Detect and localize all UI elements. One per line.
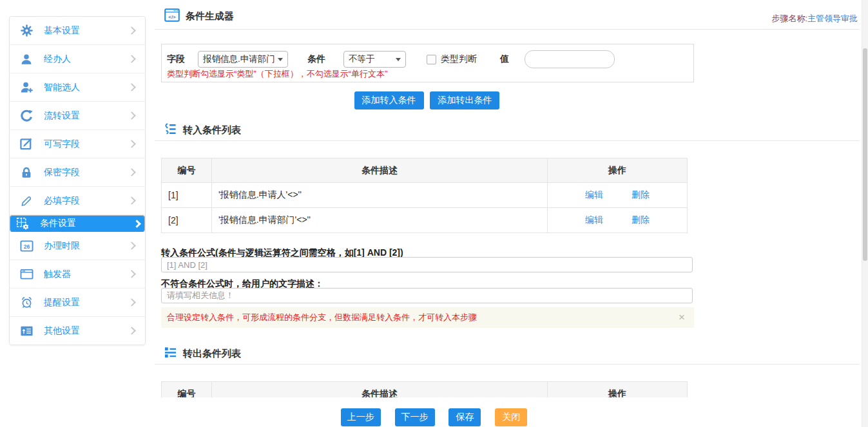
chevron-right-icon (128, 196, 136, 205)
prev-step-button[interactable]: 上一步 (341, 408, 381, 426)
condition-select[interactable]: 不等于 (343, 51, 406, 68)
sidebar-item-label: 可写字段 (44, 138, 80, 150)
divider (155, 364, 859, 365)
calendar-icon: 26 (19, 239, 34, 253)
sidebar-item-label: 智能选人 (44, 82, 80, 93)
window-icon (19, 267, 34, 281)
page-title: 条件生成器 (186, 10, 234, 23)
table-row: [2] '报销信息.申请部门'<>'' 编辑删除 (162, 208, 688, 233)
column-header-ops: 操作 (548, 158, 688, 183)
sidebar-item-label: 必填字段 (44, 195, 80, 207)
next-step-button[interactable]: 下一步 (395, 408, 435, 426)
value-input[interactable] (525, 50, 615, 68)
divider (155, 29, 859, 30)
user-message-input[interactable] (161, 288, 693, 303)
condition-builder-row: 字段 报销信息.申请部门 条件 不等于 类型判断 值 (167, 50, 615, 68)
sidebar-item-writable-fields[interactable]: 可写字段 (10, 130, 145, 158)
chevron-right-icon (128, 270, 136, 278)
svg-text:26: 26 (23, 243, 30, 250)
sidebar-item-label: 提醒设置 (44, 297, 80, 308)
row-no: [2] (162, 208, 212, 233)
lock-icon (19, 166, 34, 180)
step-name: 步骤名称:主管领导审批 (771, 13, 858, 24)
sidebar-item-other-settings[interactable]: 其他设置 (10, 317, 145, 345)
sidebar-item-time-limit[interactable]: 26 办理时限 (10, 232, 145, 260)
condition-select-value: 不等于 (349, 53, 392, 65)
sidebar-item-basic-settings[interactable]: 基本设置 (10, 17, 145, 45)
sidebar-item-condition-settings[interactable]: 条件设置 (10, 215, 145, 232)
sidebar-item-trigger[interactable]: 触发器 (10, 260, 145, 289)
chevron-right-icon (128, 327, 136, 335)
sidebar-item-label: 触发器 (44, 269, 71, 280)
sidebar-item-label: 条件设置 (40, 218, 76, 229)
sidebar-item-reminder-settings[interactable]: 提醒设置 (10, 289, 145, 317)
caret-down-icon (278, 58, 283, 61)
page-header: </> 条件生成器 (164, 8, 234, 24)
step-name-value: 主管领导审批 (807, 14, 858, 23)
field-select-value: 报销信息.申请部门 (203, 53, 275, 65)
delete-link[interactable]: 删除 (632, 189, 650, 200)
add-buttons-row: 添加转入条件 添加转出条件 (161, 91, 693, 109)
refresh-icon (19, 109, 34, 123)
edit-link[interactable]: 编辑 (585, 214, 603, 225)
row-desc: '报销信息.申请人'<>'' (212, 183, 548, 208)
user-icon (19, 52, 34, 66)
edit-box-icon (19, 137, 34, 151)
row-desc: '报销信息.申请部门'<>'' (212, 208, 548, 233)
chevron-right-icon (128, 83, 136, 91)
gear-icon (19, 24, 34, 38)
alert-text: 合理设定转入条件，可形成流程的条件分支，但数据满足转入条件，才可转入本步骤 (167, 312, 477, 322)
sidebar-item-smart-select[interactable]: 智能选人 (10, 73, 145, 102)
sidebar-item-label: 流转设置 (44, 110, 80, 122)
add-outbound-condition-button[interactable]: 添加转出条件 (430, 91, 499, 109)
field-label: 字段 (167, 53, 185, 65)
close-icon[interactable]: × (679, 307, 685, 328)
sidebar-item-label: 办理时限 (44, 240, 80, 252)
form-list-icon (19, 324, 34, 338)
column-header-desc: 条件描述 (212, 158, 548, 183)
svg-text:</>: </> (168, 14, 176, 20)
flow-gear-icon (15, 216, 30, 231)
sidebar-item-secret-fields[interactable]: 保密字段 (10, 158, 145, 187)
chevron-right-icon (128, 111, 136, 120)
column-header-no: 编号 (162, 158, 212, 183)
delete-link[interactable]: 删除 (632, 214, 650, 225)
caret-down-icon (396, 58, 401, 61)
outbound-list-title: 转出条件列表 (183, 348, 241, 360)
sidebar-item-handler[interactable]: 经办人 (10, 45, 145, 73)
sidebar-item-label: 基本设置 (44, 25, 80, 37)
type-check-label: 类型判断 (441, 53, 477, 65)
chevron-right-icon (128, 298, 136, 307)
scrollbar-thumb[interactable] (863, 48, 867, 261)
chevron-right-icon (128, 140, 136, 148)
field-select[interactable]: 报销信息.申请部门 (198, 51, 288, 68)
step-name-label: 步骤名称: (771, 14, 807, 23)
edit-link[interactable]: 编辑 (585, 189, 603, 200)
chevron-right-icon (128, 26, 136, 35)
list-out-icon (164, 346, 177, 361)
inbound-conditions-table: 编号 条件描述 操作 [1] '报销信息.申请人'<>'' 编辑删除 [2] '… (161, 158, 688, 233)
save-button[interactable]: 保存 (448, 408, 481, 426)
formula-input[interactable] (161, 257, 693, 272)
inbound-list-title: 转入条件列表 (183, 124, 241, 137)
outbound-list-section-header: 转出条件列表 (164, 346, 241, 361)
type-check-note: 类型判断勾选显示“类型”（下拉框），不勾选显示“单行文本” (167, 68, 387, 80)
chevron-right-icon (128, 242, 136, 250)
add-inbound-condition-button[interactable]: 添加转入条件 (354, 91, 424, 109)
chevron-right-icon (128, 55, 136, 63)
footer-bar: 上一步 下一步 保存 关闭 (0, 397, 868, 427)
sidebar-item-flow-settings[interactable]: 流转设置 (10, 102, 145, 130)
sidebar-item-required-fields[interactable]: 必填字段 (10, 187, 145, 215)
table-header-row: 编号 条件描述 操作 (162, 158, 688, 183)
sidebar-item-label: 其他设置 (44, 325, 80, 337)
scrollbar (862, 0, 868, 427)
row-ops: 编辑删除 (548, 183, 688, 208)
type-check-checkbox[interactable] (427, 55, 436, 64)
chevron-right-icon (128, 168, 136, 176)
value-label: 值 (500, 53, 509, 65)
user-add-icon (19, 81, 34, 95)
inbound-hint-alert: 合理设定转入条件，可形成流程的条件分支，但数据满足转入条件，才可转入本步骤 × (161, 307, 694, 328)
close-button[interactable]: 关闭 (495, 408, 527, 426)
alarm-clock-icon (19, 296, 34, 310)
sidebar-item-label: 经办人 (44, 53, 71, 65)
